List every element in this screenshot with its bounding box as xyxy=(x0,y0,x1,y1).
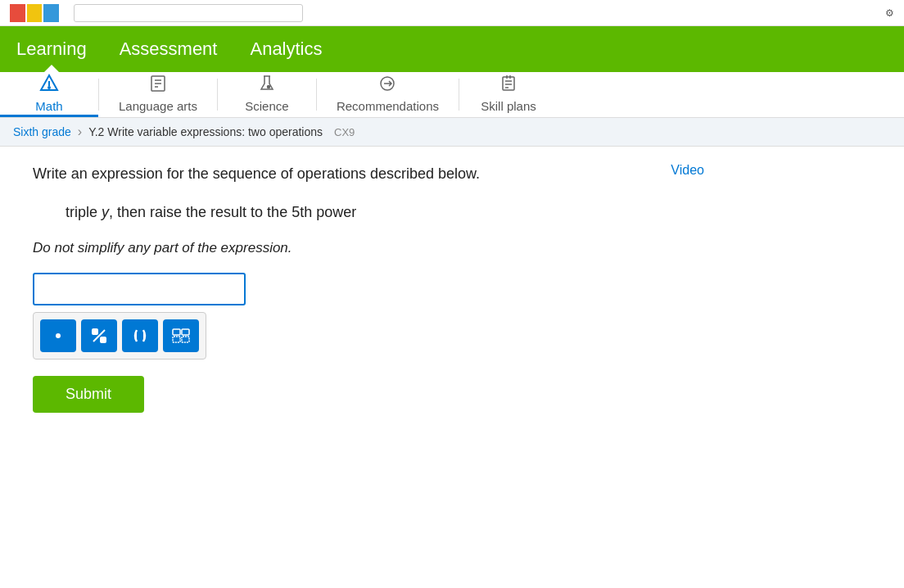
svg-rect-20 xyxy=(173,337,180,342)
logo-blue xyxy=(43,4,59,22)
math-btn-more[interactable] xyxy=(163,319,199,352)
logo xyxy=(10,4,59,22)
math-btn-fraction[interactable] xyxy=(81,319,117,352)
operation-suffix: , then raise the result to the 5th power xyxy=(109,204,356,220)
main-nav: Learning Assessment Analytics xyxy=(0,26,904,72)
breadcrumb: Sixth grade › Y.2 Write variable express… xyxy=(0,118,904,147)
tab-math-label: Math xyxy=(35,99,62,113)
math-toolbar xyxy=(33,312,206,360)
nav-learning[interactable]: Learning xyxy=(16,32,87,66)
top-right-controls: ⚙ xyxy=(885,7,894,19)
tab-skill-plans-label: Skill plans xyxy=(481,99,536,113)
tab-science[interactable]: Science xyxy=(218,72,316,117)
recommendations-icon xyxy=(377,74,397,97)
science-icon xyxy=(257,74,277,97)
language-arts-icon xyxy=(148,74,168,97)
note-text: Do not simplify any part of the expressi… xyxy=(33,240,704,256)
nav-analytics[interactable]: Analytics xyxy=(250,32,322,66)
svg-point-8 xyxy=(267,86,269,88)
top-bar: ⚙ xyxy=(0,0,904,26)
operation-var: y xyxy=(102,204,109,220)
video-link[interactable]: Video xyxy=(671,163,704,178)
submit-button[interactable]: Submit xyxy=(33,376,144,413)
operation-line: triple y, then raise the result to the 5… xyxy=(66,201,704,224)
breadcrumb-grade[interactable]: Sixth grade xyxy=(13,125,71,138)
subject-tabs: Math Language arts Science xyxy=(0,72,904,118)
skill-plans-icon xyxy=(499,74,518,97)
search-input[interactable] xyxy=(74,4,303,22)
breadcrumb-separator: › xyxy=(78,124,82,139)
tab-skill-plans[interactable]: Skill plans xyxy=(459,72,558,117)
math-btn-dot[interactable] xyxy=(40,319,76,352)
tab-language-arts-label: Language arts xyxy=(119,99,197,113)
math-icon xyxy=(39,74,59,97)
main-content: Video Write an expression for the sequen… xyxy=(0,147,737,429)
breadcrumb-skill: Y.2 Write variable expressions: two oper… xyxy=(88,125,323,138)
svg-rect-21 xyxy=(182,337,189,342)
svg-rect-15 xyxy=(93,329,97,334)
logo-area xyxy=(10,4,303,22)
tab-science-label: Science xyxy=(245,99,288,113)
svg-rect-18 xyxy=(173,329,180,335)
answer-input-container xyxy=(33,273,704,360)
tab-language-arts[interactable]: Language arts xyxy=(99,72,217,117)
answer-input[interactable] xyxy=(33,273,246,305)
nav-assessment[interactable]: Assessment xyxy=(120,32,218,66)
tab-recommendations[interactable]: Recommendations xyxy=(317,72,459,117)
logo-red xyxy=(10,4,25,22)
tab-recommendations-label: Recommendations xyxy=(337,99,439,113)
svg-rect-19 xyxy=(182,329,189,335)
logo-yellow xyxy=(27,4,43,22)
svg-point-2 xyxy=(48,87,50,88)
breadcrumb-code: CX9 xyxy=(334,126,355,138)
operation-prefix: triple xyxy=(66,204,102,220)
svg-rect-16 xyxy=(101,337,106,342)
tab-math[interactable]: Math xyxy=(0,72,98,117)
question-text: Write an expression for the sequence of … xyxy=(33,163,704,185)
math-btn-parentheses[interactable] xyxy=(122,319,158,352)
svg-point-14 xyxy=(56,333,61,338)
